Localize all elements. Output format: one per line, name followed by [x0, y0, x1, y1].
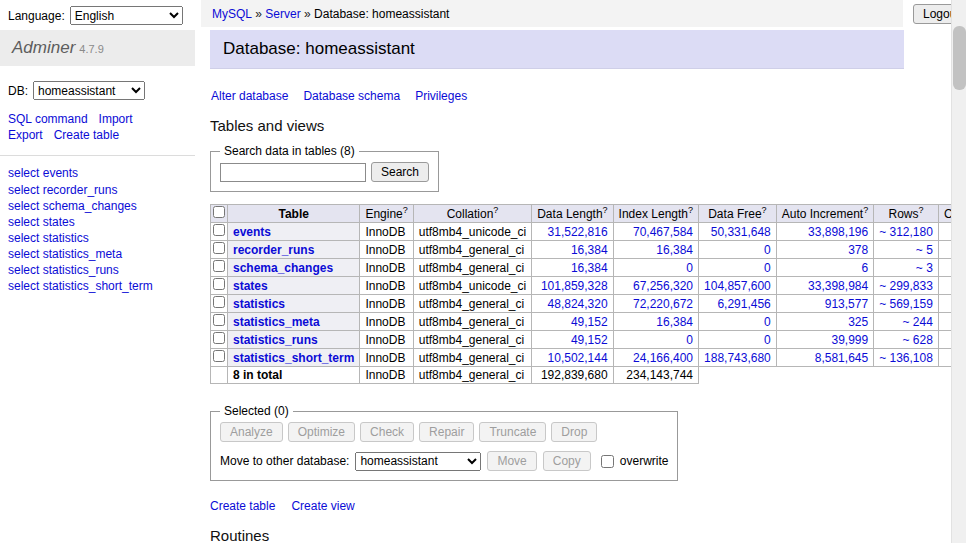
row-checkbox-recorder-runs[interactable]	[213, 242, 225, 254]
help-link-data-free[interactable]: ?	[762, 205, 767, 215]
help-link-index-length[interactable]: ?	[688, 205, 693, 215]
sidebar-select-link-statistics-runs[interactable]: select	[8, 263, 39, 277]
data-free-link-recorder-runs[interactable]: 0	[764, 243, 771, 257]
data-free-link-events[interactable]: 50,331,648	[711, 225, 771, 239]
move-database-select[interactable]: homeassistant	[355, 452, 481, 471]
sidebar-table-link-statistics[interactable]: statistics	[43, 231, 89, 245]
sidebar-table-link-schema-changes[interactable]: schema_changes	[43, 199, 137, 213]
row-checkbox-statistics-meta[interactable]	[213, 314, 225, 326]
breadcrumb-link-mysql[interactable]: MySQL	[212, 7, 252, 21]
nav-link-alter-database[interactable]: Alter database	[211, 89, 288, 103]
auto-increment-link-states[interactable]: 33,398,984	[808, 279, 868, 293]
index-length-link-states[interactable]: 67,256,320	[633, 279, 693, 293]
help-link-auto-increment[interactable]: ?	[863, 205, 868, 215]
table-link-statistics-meta[interactable]: statistics_meta	[233, 315, 320, 329]
data-length-link-statistics[interactable]: 48,824,320	[548, 297, 608, 311]
data-length-link-statistics-short-term[interactable]: 10,502,144	[548, 351, 608, 365]
help-link-rows[interactable]: ?	[919, 205, 924, 215]
table-link-statistics-runs[interactable]: statistics_runs	[233, 333, 318, 347]
sidebar-select-link-schema-changes[interactable]: select	[8, 199, 39, 213]
rows-count-link-schema-changes[interactable]: ~ 3	[916, 261, 933, 275]
data-length-link-states[interactable]: 101,859,328	[541, 279, 608, 293]
rows-count-link-events[interactable]: ~ 312,180	[879, 225, 933, 239]
auto-increment-link-statistics-meta[interactable]: 325	[848, 315, 868, 329]
rows-count-link-states[interactable]: ~ 299,833	[879, 279, 933, 293]
data-length-link-statistics-runs[interactable]: 49,152	[571, 333, 608, 347]
data-free-link-statistics-runs[interactable]: 0	[764, 333, 771, 347]
data-free-link-statistics-meta[interactable]: 0	[764, 315, 771, 329]
sidebar-select-link-statistics[interactable]: select	[8, 231, 39, 245]
index-length-link-schema-changes[interactable]: 0	[686, 261, 693, 275]
auto-increment-link-statistics[interactable]: 913,577	[825, 297, 868, 311]
index-length-link-statistics[interactable]: 72,220,672	[633, 297, 693, 311]
rows-count-link-recorder-runs[interactable]: ~ 5	[916, 243, 933, 257]
index-length-link-events[interactable]: 70,467,584	[633, 225, 693, 239]
table-link-events[interactable]: events	[233, 225, 271, 239]
table-link-schema-changes[interactable]: schema_changes	[233, 261, 333, 275]
link-create-view[interactable]: Create view	[291, 499, 354, 513]
data-free-link-states[interactable]: 104,857,600	[704, 279, 771, 293]
overwrite-checkbox[interactable]	[601, 455, 614, 468]
nav-link-database-schema[interactable]: Database schema	[303, 89, 400, 103]
sidebar-select-link-recorder-runs[interactable]: select	[8, 183, 39, 197]
breadcrumb-link-server[interactable]: Server	[265, 7, 300, 21]
sidebar-table-link-statistics-short-term[interactable]: statistics_short_term	[43, 279, 153, 293]
sidebar-select-link-statistics-short-term[interactable]: select	[8, 279, 39, 293]
button-repair[interactable]: Repair	[419, 422, 474, 442]
rows-count-link-statistics-short-term[interactable]: ~ 136,108	[879, 351, 933, 365]
data-free-link-statistics[interactable]: 6,291,456	[717, 297, 770, 311]
data-length-link-statistics-meta[interactable]: 49,152	[571, 315, 608, 329]
scrollbar-thumb[interactable]	[953, 26, 966, 90]
index-length-link-recorder-runs[interactable]: 16,384	[656, 243, 693, 257]
row-checkbox-states[interactable]	[213, 278, 225, 290]
data-length-link-recorder-runs[interactable]: 16,384	[571, 243, 608, 257]
button-analyze[interactable]: Analyze	[220, 422, 283, 442]
sidebar-table-link-states[interactable]: states	[43, 215, 75, 229]
rows-count-link-statistics-runs[interactable]: ~ 628	[903, 333, 933, 347]
row-checkbox-schema-changes[interactable]	[213, 260, 225, 272]
sidebar-table-link-events[interactable]: events	[43, 166, 78, 180]
row-checkbox-statistics-runs[interactable]	[213, 332, 225, 344]
auto-increment-link-statistics-runs[interactable]: 39,999	[831, 333, 868, 347]
sidebar-table-link-recorder-runs[interactable]: recorder_runs	[43, 183, 118, 197]
select-all-checkbox[interactable]	[213, 206, 225, 218]
data-length-link-schema-changes[interactable]: 16,384	[571, 261, 608, 275]
sidebar-link-sql-command[interactable]: SQL command	[8, 111, 88, 127]
language-select[interactable]: English	[70, 6, 183, 25]
help-link-engine[interactable]: ?	[403, 205, 408, 215]
index-length-link-statistics-runs[interactable]: 0	[686, 333, 693, 347]
sidebar-table-link-statistics-meta[interactable]: statistics_meta	[43, 247, 122, 261]
db-select[interactable]: homeassistant	[33, 81, 145, 100]
nav-link-privileges[interactable]: Privileges	[415, 89, 467, 103]
table-search-input[interactable]	[220, 163, 366, 182]
button-check[interactable]: Check	[360, 422, 414, 442]
auto-increment-link-events[interactable]: 33,898,196	[808, 225, 868, 239]
table-link-recorder-runs[interactable]: recorder_runs	[233, 243, 314, 257]
help-link-data-length[interactable]: ?	[603, 205, 608, 215]
rows-count-link-statistics[interactable]: ~ 569,159	[879, 297, 933, 311]
data-free-link-schema-changes[interactable]: 0	[764, 261, 771, 275]
sidebar-link-create-table[interactable]: Create table	[54, 127, 119, 143]
help-link-collation[interactable]: ?	[493, 205, 498, 215]
copy-button[interactable]: Copy	[543, 451, 591, 471]
move-button[interactable]: Move	[487, 451, 536, 471]
data-free-link-statistics-short-term[interactable]: 188,743,680	[704, 351, 771, 365]
vertical-scrollbar[interactable]	[951, 0, 966, 543]
sidebar-link-export[interactable]: Export	[8, 127, 43, 143]
auto-increment-link-schema-changes[interactable]: 6	[861, 261, 868, 275]
auto-increment-link-statistics-short-term[interactable]: 8,581,645	[815, 351, 868, 365]
table-link-states[interactable]: states	[233, 279, 268, 293]
link-create-table[interactable]: Create table	[210, 499, 275, 513]
sidebar-select-link-events[interactable]: select	[8, 166, 39, 180]
table-link-statistics-short-term[interactable]: statistics_short_term	[233, 351, 354, 365]
search-button[interactable]: Search	[371, 162, 429, 182]
sidebar-link-import[interactable]: Import	[99, 111, 133, 127]
sidebar-table-link-statistics-runs[interactable]: statistics_runs	[43, 263, 119, 277]
button-optimize[interactable]: Optimize	[288, 422, 355, 442]
index-length-link-statistics-meta[interactable]: 16,384	[656, 315, 693, 329]
auto-increment-link-recorder-runs[interactable]: 378	[848, 243, 868, 257]
sidebar-select-link-states[interactable]: select	[8, 215, 39, 229]
row-checkbox-statistics[interactable]	[213, 296, 225, 308]
row-checkbox-events[interactable]	[213, 224, 225, 236]
data-length-link-events[interactable]: 31,522,816	[548, 225, 608, 239]
